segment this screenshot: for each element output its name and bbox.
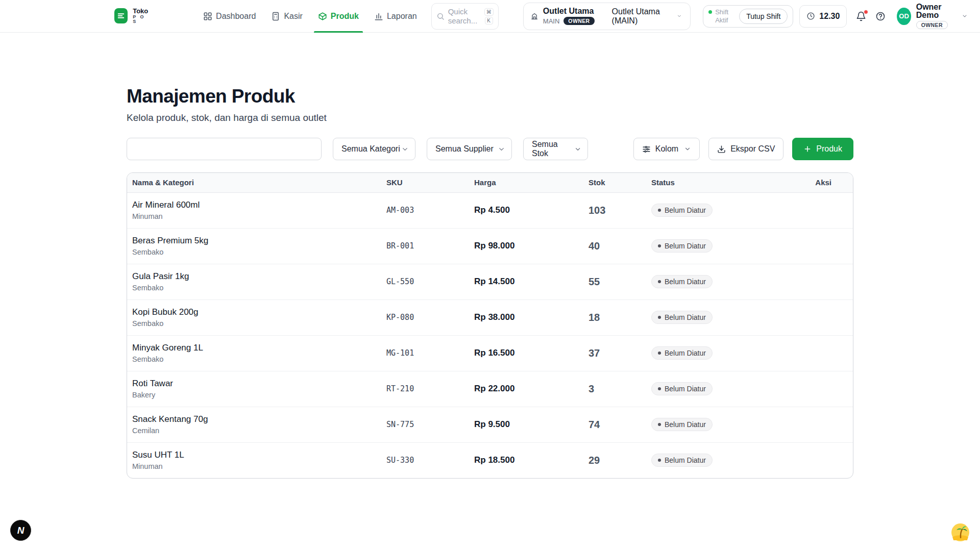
product-name: Snack Kentang 70g: [132, 414, 386, 424]
product-category: Sembako: [132, 248, 386, 256]
product-sku: SN-775: [386, 407, 474, 442]
dev-tools-button[interactable]: N: [10, 520, 31, 541]
nav-item-produk[interactable]: Produk: [318, 0, 359, 32]
outlet-sub: MAIN OWNER: [543, 17, 595, 25]
plus-icon: [803, 145, 812, 153]
columns-button-label: Kolom: [655, 144, 678, 154]
shift-active-dot-icon: [708, 10, 712, 14]
status-dot-icon: [658, 423, 661, 426]
nav-label: Laporan: [387, 12, 417, 21]
product-table: Nama & Kategori SKU Harga Stok Status Ak…: [127, 173, 853, 478]
product-sku: KP-080: [386, 299, 474, 335]
nav-item-dashboard[interactable]: Dashboard: [203, 0, 256, 32]
product-stock: 40: [589, 228, 651, 264]
status-label: Belum Diatur: [665, 420, 706, 429]
nav-label: Kasir: [284, 12, 302, 21]
outlet-selector[interactable]: Outlet Utama (MAIN): [612, 7, 683, 26]
header-status: Status: [651, 173, 790, 192]
shift-status: Shift Aktif: [708, 8, 733, 24]
shift-status-label: Shift Aktif: [715, 8, 733, 24]
quick-search-shortcut: ⌘ K: [484, 8, 494, 24]
product-name: Air Mineral 600ml: [132, 200, 386, 210]
package-icon: [318, 12, 327, 21]
product-category: Minuman: [132, 462, 386, 470]
page-title: Manajemen Produk: [127, 86, 853, 107]
product-sku: MG-101: [386, 335, 474, 371]
close-shift-button[interactable]: Tutup Shift: [739, 9, 788, 24]
export-csv-button[interactable]: Ekspor CSV: [708, 138, 783, 160]
nav-item-laporan[interactable]: Laporan: [374, 0, 417, 32]
main-nav: Dashboard Kasir Produk Laporan: [203, 0, 417, 32]
calculator-icon: [271, 12, 280, 21]
status-badge: Belum Diatur: [651, 454, 713, 467]
main-content: Manajemen Produk Kelola produk, stok, da…: [127, 33, 853, 479]
notifications-button[interactable]: [856, 11, 866, 21]
clock-icon: [806, 12, 815, 20]
toolbar-actions: Kolom Ekspor CSV Produk: [633, 138, 853, 160]
product-category: Minuman: [132, 212, 386, 220]
status-badge: Belum Diatur: [651, 204, 713, 217]
chevron-down-icon: [677, 12, 682, 20]
product-category: Sembako: [132, 355, 386, 363]
quick-search-button[interactable]: Quick search... ⌘ K: [431, 3, 499, 30]
status-badge: Belum Diatur: [651, 275, 713, 288]
row-actions: [790, 299, 853, 335]
supplier-filter-value: Semua Supplier: [435, 144, 494, 154]
user-menu[interactable]: OD Owner Demo OWNER: [897, 3, 968, 29]
table-row: Snack Kentang 70g Cemilan SN-775 Rp 9.50…: [127, 407, 853, 442]
product-stock: 103: [589, 192, 651, 228]
product-category: Bakery: [132, 391, 386, 399]
table-row: Minyak Goreng 1L Sembako MG-101 Rp 16.50…: [127, 335, 853, 371]
table-row: Air Mineral 600ml Minuman AM-003 Rp 4.50…: [127, 192, 853, 228]
status-dot-icon: [658, 352, 661, 355]
product-name: Roti Tawar: [132, 379, 386, 389]
status-badge: Belum Diatur: [651, 239, 713, 253]
product-sku: GL-550: [386, 264, 474, 299]
status-label: Belum Diatur: [665, 242, 706, 250]
user-role-badge: OWNER: [916, 21, 948, 29]
page-subtitle: Kelola produk, stok, dan harga di semua …: [127, 112, 853, 123]
shift-group: Shift Aktif Tutup Shift: [703, 5, 793, 28]
table-header-row: Nama & Kategori SKU Harga Stok Status Ak…: [127, 173, 853, 192]
stock-filter-select[interactable]: Semua Stok: [523, 138, 588, 160]
export-csv-label: Ekspor CSV: [730, 144, 775, 154]
chevron-down-icon: [574, 145, 581, 153]
product-price: Rp 9.500: [474, 407, 589, 442]
product-sku: SU-330: [386, 442, 474, 478]
clock-display: 12.30: [799, 5, 847, 28]
columns-button[interactable]: Kolom: [633, 138, 700, 160]
help-button[interactable]: [875, 11, 886, 21]
product-name: Beras Premium 5kg: [132, 236, 386, 246]
status-label: Belum Diatur: [665, 206, 706, 214]
stock-filter-value: Semua Stok: [532, 140, 574, 158]
island-extension-icon[interactable]: [951, 523, 970, 542]
dashboard-icon: [203, 12, 212, 21]
brand-subname: P O S: [133, 15, 150, 24]
product-category: Cemilan: [132, 427, 386, 435]
status-dot-icon: [658, 209, 661, 212]
product-name: Gula Pasir 1kg: [132, 271, 386, 282]
product-search-input[interactable]: [127, 138, 322, 160]
nav-item-kasir[interactable]: Kasir: [271, 0, 302, 32]
product-stock: 18: [589, 299, 651, 335]
brand-name: Toko: [133, 8, 150, 15]
supplier-filter-select[interactable]: Semua Supplier: [427, 138, 512, 160]
outlet-info: Outlet Utama MAIN OWNER: [543, 7, 595, 25]
product-price: Rp 22.000: [474, 371, 589, 407]
kbd-meta: ⌘: [484, 8, 494, 16]
row-actions: [790, 442, 853, 478]
status-badge: Belum Diatur: [651, 311, 713, 324]
table-row: Roti Tawar Bakery RT-210 Rp 22.000 3 Bel…: [127, 371, 853, 407]
outlet-name: Outlet Utama: [543, 7, 595, 15]
table-row: Beras Premium 5kg Sembako BR-001 Rp 98.0…: [127, 228, 853, 264]
user-info: Owner Demo OWNER: [916, 3, 957, 29]
category-filter-select[interactable]: Semua Kategori: [333, 138, 415, 160]
sliders-icon: [642, 145, 651, 154]
outlet-group: Outlet Utama MAIN OWNER Outlet Utama (MA…: [523, 3, 691, 30]
brand-logo-group[interactable]: Toko P O S: [114, 8, 150, 24]
add-product-button[interactable]: Produk: [792, 138, 853, 160]
filter-toolbar: Semua Kategori Semua Supplier Semua Stok…: [127, 138, 853, 160]
quick-search-label: Quick search...: [448, 7, 481, 26]
status-badge: Belum Diatur: [651, 382, 713, 395]
status-label: Belum Diatur: [665, 456, 706, 464]
